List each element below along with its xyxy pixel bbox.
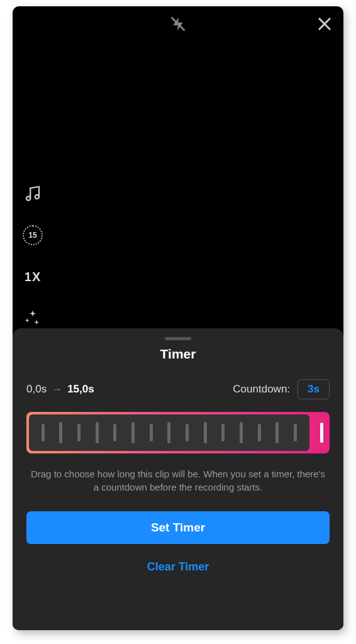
slider-tick: [240, 422, 243, 443]
sparkles-icon[interactable]: [21, 307, 44, 330]
countdown-group: Countdown: 3s: [233, 379, 330, 399]
help-text: Drag to choose how long this clip will b…: [26, 467, 330, 494]
left-toolbar: 15 1X: [21, 182, 44, 330]
slider-tick: [258, 424, 261, 441]
countdown-value: 3s: [308, 383, 320, 395]
top-bar: [13, 6, 343, 44]
timer-badge-value: 15: [28, 231, 36, 240]
slider-tick: [221, 424, 225, 441]
slider-tick: [131, 422, 135, 443]
range-start: 0,0s: [26, 383, 47, 396]
sheet-title: Timer: [26, 347, 330, 362]
duration-slider[interactable]: [26, 412, 330, 453]
arrow-right-icon: →: [52, 383, 62, 396]
slider-handle[interactable]: [320, 423, 323, 443]
slider-tick: [96, 422, 99, 443]
slider-tick: [275, 422, 279, 443]
range-text: 0,0s → 15,0s: [26, 383, 94, 396]
slider-tick: [204, 422, 207, 443]
set-timer-button[interactable]: Set Timer: [26, 511, 330, 544]
countdown-label: Countdown:: [233, 383, 290, 396]
range-row: 0,0s → 15,0s Countdown: 3s: [26, 379, 330, 399]
slider-tick: [294, 424, 297, 441]
range-end: 15,0s: [67, 383, 94, 396]
sheet-grip[interactable]: [165, 337, 191, 340]
speed-label: 1X: [25, 270, 41, 284]
speed-icon[interactable]: 1X: [21, 265, 44, 288]
close-icon[interactable]: [316, 15, 333, 35]
slider-tick: [113, 424, 116, 441]
slider-tick: [186, 424, 189, 441]
slider-tick: [150, 424, 153, 441]
camera-screen: 15 1X Timer 0,0s → 15,0s Countdown:: [13, 6, 343, 630]
svg-point-5: [35, 195, 39, 199]
flash-off-icon[interactable]: [170, 14, 186, 36]
clear-timer-button[interactable]: Clear Timer: [26, 555, 330, 579]
countdown-selector[interactable]: 3s: [298, 379, 330, 399]
slider-tick: [77, 424, 81, 441]
svg-point-4: [26, 196, 30, 200]
slider-track: [29, 414, 309, 451]
slider-tick: [42, 424, 45, 441]
timer-15-icon[interactable]: 15: [21, 224, 44, 247]
music-icon[interactable]: [21, 182, 44, 205]
slider-tick: [59, 422, 62, 443]
timer-sheet: Timer 0,0s → 15,0s Countdown: 3s: [13, 328, 343, 630]
slider-tick: [167, 422, 170, 443]
